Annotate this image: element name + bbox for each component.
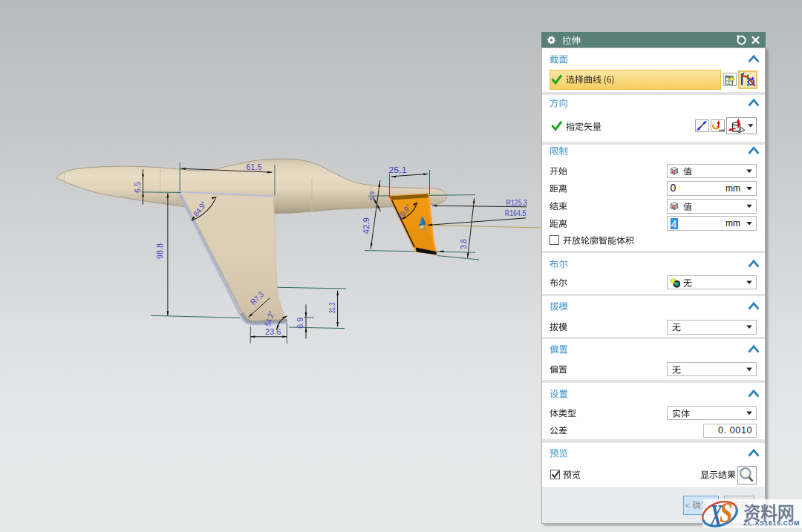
svg-text:S: S [720,496,732,529]
svg-text:<: < [685,501,691,510]
svg-text:ZL.XS1616.COM: ZL.XS1616.COM [743,519,800,527]
